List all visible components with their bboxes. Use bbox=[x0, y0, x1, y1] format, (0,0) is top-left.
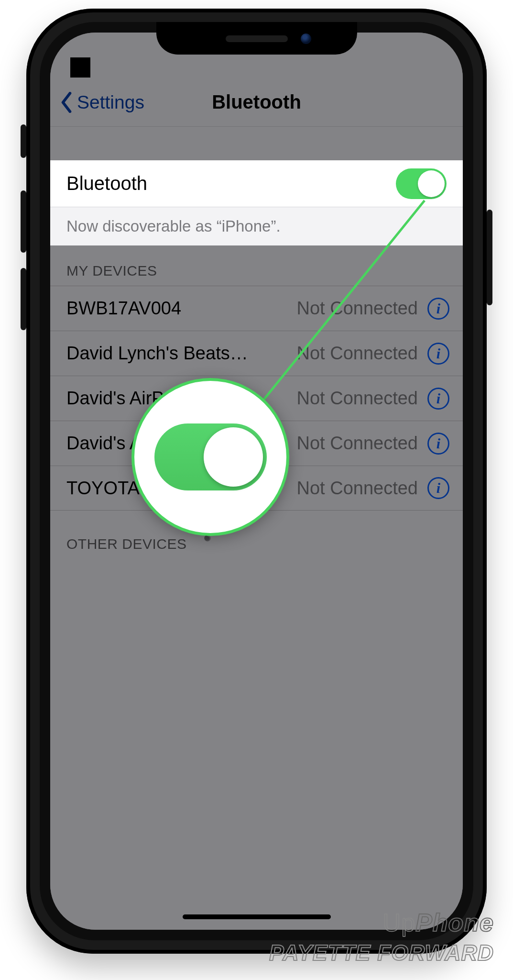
magnified-toggle bbox=[154, 423, 267, 490]
bluetooth-toggle[interactable] bbox=[396, 168, 447, 199]
home-indicator[interactable] bbox=[183, 914, 331, 919]
nav-bar: Settings Bluetooth bbox=[50, 78, 463, 127]
screen-recording-indicator bbox=[70, 57, 90, 78]
device-name: BWB17AV004 bbox=[66, 298, 250, 319]
device-name: David Lynch's Beats S... bbox=[66, 343, 250, 364]
bluetooth-label: Bluetooth bbox=[66, 173, 147, 194]
my-devices-header: MY DEVICES bbox=[50, 245, 463, 286]
watermark-phone: Phone bbox=[415, 909, 494, 936]
watermark-up: Up bbox=[383, 909, 415, 936]
info-icon[interactable]: i bbox=[427, 343, 449, 365]
spinner-icon bbox=[198, 535, 217, 553]
info-icon[interactable]: i bbox=[427, 433, 449, 455]
spacer bbox=[50, 127, 463, 160]
device-status: Not Connected bbox=[250, 343, 427, 364]
device-row[interactable]: BWB17AV004Not Connectedi bbox=[50, 286, 463, 331]
notch bbox=[156, 22, 357, 55]
device-status: Not Connected bbox=[250, 298, 427, 319]
highlighted-region: Bluetooth Now discoverable as “iPhone”. bbox=[50, 160, 463, 245]
magnifier-callout bbox=[131, 378, 289, 536]
watermark-payette: PAYETTE FORWARD bbox=[269, 940, 494, 966]
device-status: Not Connected bbox=[250, 388, 427, 409]
other-devices-label: OTHER DEVICES bbox=[66, 536, 187, 552]
watermark-upphone: UpPhone bbox=[383, 908, 494, 937]
volume-down-button bbox=[21, 268, 26, 330]
info-icon[interactable]: i bbox=[427, 477, 449, 499]
info-icon[interactable]: i bbox=[427, 388, 449, 410]
discoverable-text: Now discoverable as “iPhone”. bbox=[50, 207, 463, 245]
empty-space bbox=[50, 578, 463, 930]
volume-up-button bbox=[21, 190, 26, 253]
info-icon[interactable]: i bbox=[427, 298, 449, 320]
page-title: Bluetooth bbox=[50, 91, 463, 113]
mute-switch bbox=[21, 124, 26, 158]
bluetooth-row[interactable]: Bluetooth bbox=[50, 160, 463, 207]
side-button bbox=[487, 210, 492, 305]
device-row[interactable]: David Lynch's Beats S...Not Connectedi bbox=[50, 331, 463, 376]
